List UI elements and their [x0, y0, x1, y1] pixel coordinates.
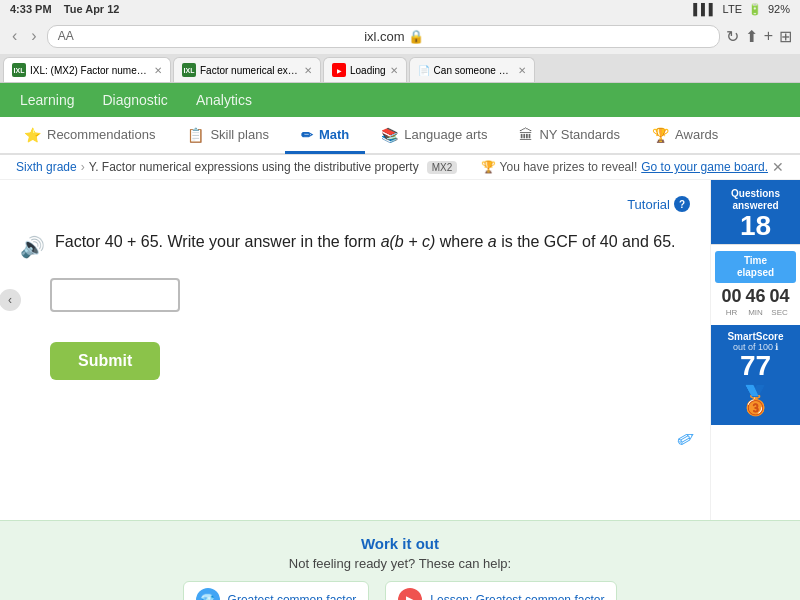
prize-banner: 🏆 You have prizes to reveal! Go to your … — [481, 159, 784, 175]
breadcrumb-badge: MX2 — [427, 161, 458, 174]
smartscore-label: SmartScore — [715, 331, 796, 342]
subject-tabs: ⭐ Recommendations 📋 Skill plans ✏ Math 📚… — [0, 117, 800, 155]
audio-button[interactable]: 🔊 — [20, 232, 45, 262]
questions-label-line1: Questions — [731, 188, 780, 199]
tab-recommendations[interactable]: ⭐ Recommendations — [8, 119, 171, 154]
url-display: ixl.com 🔒 — [80, 29, 709, 44]
question-text-part2: where — [435, 233, 487, 250]
breadcrumb-grade[interactable]: Sixth grade — [16, 160, 77, 174]
smartscore-sublabel: out of 100 ℹ — [715, 342, 796, 352]
status-time: 4:33 PM Tue Apr 12 — [10, 3, 119, 15]
time-label: Time elapsed — [715, 251, 796, 283]
question-math: a(b + c) — [381, 233, 436, 250]
prize-close-button[interactable]: ✕ — [772, 159, 784, 175]
smartscore-out-of: out of 100 — [733, 342, 773, 352]
seconds-label: SEC — [771, 308, 787, 317]
lte-label: LTE — [723, 3, 742, 15]
collapse-button[interactable]: ‹ — [0, 289, 21, 311]
breadcrumb-sep-1: › — [81, 160, 85, 174]
nav-diagnostic[interactable]: Diagnostic — [99, 86, 172, 114]
submit-button[interactable]: Submit — [50, 342, 160, 380]
tutorial-link[interactable]: Tutorial ? — [20, 196, 690, 212]
back-button[interactable]: ‹ — [8, 25, 21, 47]
tab-label-3: Loading — [350, 65, 386, 76]
tab-label-1: IXL: (MX2) Factor numerical expr... — [30, 65, 150, 76]
lesson-gcf-label: Lesson: Greatest common factor — [430, 593, 604, 600]
date-display: Tue Apr 12 — [64, 3, 120, 15]
tab-skill-plans[interactable]: 📋 Skill plans — [171, 119, 285, 154]
gcf-link[interactable]: 💎 Greatest common factor — [183, 581, 370, 600]
seconds-value: 04 — [770, 287, 790, 305]
status-bar: 4:33 PM Tue Apr 12 ▌▌▌ LTE 🔋 92% — [0, 0, 800, 18]
ixl-app: Learning Diagnostic Analytics ⭐ Recommen… — [0, 83, 800, 600]
tabs-button[interactable]: ⊞ — [779, 27, 792, 46]
side-panel: Questions answered 18 Time elapsed 00 HR — [710, 180, 800, 520]
smartscore-value: 77 — [715, 352, 796, 380]
tab-favicon-yt: ▶ — [332, 63, 346, 77]
work-title: Work it out — [16, 535, 784, 552]
smartscore-panel: SmartScore out of 100 ℹ 77 🥉 — [711, 325, 800, 425]
question-content: Factor 40 + 65. Write your answer in the… — [55, 230, 675, 254]
questions-count: 18 — [715, 212, 796, 240]
url-text: ixl.com — [364, 29, 404, 44]
reload-button[interactable]: ↻ — [726, 27, 739, 46]
prize-text: You have prizes to reveal! — [500, 160, 638, 174]
time-seconds: 04 SEC — [770, 287, 790, 317]
main-content: ‹ Tutorial ? 🔊 Factor 40 + 65. Write you… — [0, 180, 800, 520]
gcf-link-label: Greatest common factor — [228, 593, 357, 600]
status-right: ▌▌▌ LTE 🔋 92% — [693, 3, 790, 16]
battery-icon: 🔋 — [748, 3, 762, 16]
question-a-italic: a — [488, 233, 497, 250]
time-minutes: 46 MIN — [745, 287, 765, 317]
browser-tab-4[interactable]: 📄 Can someone help me with this p... ✕ — [409, 57, 535, 82]
tutorial-label: Tutorial — [627, 197, 670, 212]
prize-link[interactable]: Go to your game board. — [641, 160, 768, 174]
tab-label-2: Factor numerical expressions usi... — [200, 65, 300, 76]
forward-button[interactable]: › — [27, 25, 40, 47]
browser-tab-2[interactable]: IXL Factor numerical expressions usi... … — [173, 57, 321, 82]
tab-skill-plans-label: Skill plans — [210, 127, 269, 142]
tab-awards[interactable]: 🏆 Awards — [636, 119, 734, 154]
time-display: 00 HR 46 MIN 04 SEC — [715, 287, 796, 317]
tab-recommendations-label: Recommendations — [47, 127, 155, 142]
medal-icon: 🥉 — [715, 380, 796, 421]
smartscore-info-icon[interactable]: ℹ — [775, 342, 778, 352]
tutorial-info-icon: ? — [674, 196, 690, 212]
breadcrumb-section: Y. Factor numerical expressions using th… — [89, 160, 419, 174]
language-arts-icon: 📚 — [381, 127, 398, 143]
hours-value: 00 — [721, 287, 741, 305]
tab-awards-label: Awards — [675, 127, 718, 142]
browser-tab-1[interactable]: IXL IXL: (MX2) Factor numerical expr... … — [3, 57, 171, 82]
browser-chrome: 4:33 PM Tue Apr 12 ▌▌▌ LTE 🔋 92% ‹ › AA … — [0, 0, 800, 83]
nav-analytics[interactable]: Analytics — [192, 86, 256, 114]
tab-favicon-ixl-2: IXL — [182, 63, 196, 77]
new-tab-button[interactable]: + — [764, 27, 773, 45]
answer-input[interactable] — [50, 278, 180, 312]
tab-language-arts[interactable]: 📚 Language arts — [365, 119, 503, 154]
nav-learning[interactable]: Learning — [16, 86, 79, 114]
trophy-icon: 🏆 — [481, 160, 496, 174]
ny-standards-icon: 🏛 — [519, 127, 533, 143]
signal-icon: ▌▌▌ — [693, 3, 716, 15]
tab-math[interactable]: ✏ Math — [285, 119, 365, 154]
minutes-value: 46 — [745, 287, 765, 305]
tab-close-1[interactable]: ✕ — [154, 65, 162, 76]
aa-button[interactable]: AA — [58, 29, 74, 43]
lesson-gcf-link[interactable]: ▶ Lesson: Greatest common factor — [385, 581, 617, 600]
skill-plans-icon: 📋 — [187, 127, 204, 143]
tab-ny-standards[interactable]: 🏛 NY Standards — [503, 119, 636, 154]
work-links: 💎 Greatest common factor ▶ Lesson: Great… — [16, 581, 784, 600]
tab-label-4: Can someone help me with this p... — [434, 65, 514, 76]
gcf-link-icon: 💎 — [196, 588, 220, 600]
question-text: 🔊 Factor 40 + 65. Write your answer in t… — [20, 230, 690, 262]
questions-label: Questions answered — [715, 188, 796, 212]
tab-close-3[interactable]: ✕ — [390, 65, 398, 76]
tab-math-label: Math — [319, 127, 349, 142]
time-hours: 00 HR — [721, 287, 741, 317]
question-text-part3: is the GCF of 40 and 65. — [497, 233, 676, 250]
browser-tab-3[interactable]: ▶ Loading ✕ — [323, 57, 407, 82]
tab-close-4[interactable]: ✕ — [518, 65, 526, 76]
tab-close-2[interactable]: ✕ — [304, 65, 312, 76]
share-button[interactable]: ⬆ — [745, 27, 758, 46]
address-bar[interactable]: AA ixl.com 🔒 — [47, 25, 720, 48]
